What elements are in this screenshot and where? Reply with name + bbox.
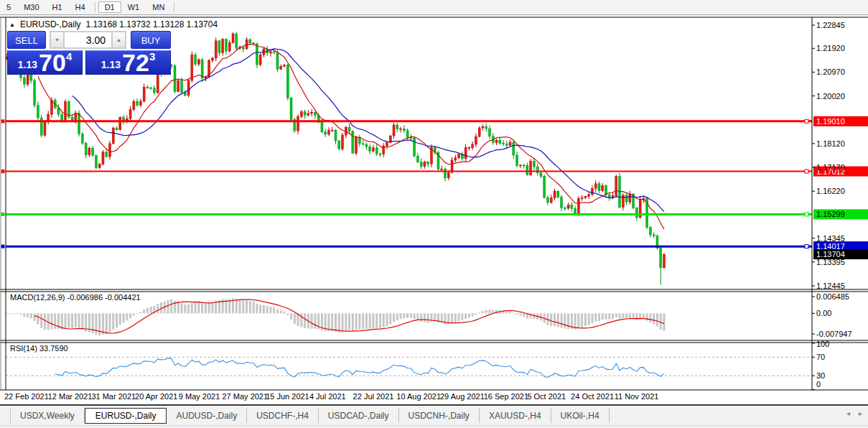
chart-symbol-title: EURUSD-,Daily xyxy=(20,19,81,29)
price-tick-label: 1.20020 xyxy=(816,92,845,101)
date-tick-label: 31 Mar 2021 xyxy=(91,392,136,401)
macd-tick-label: 0.006485 xyxy=(816,292,849,301)
line-left-handle[interactable] xyxy=(1,169,5,173)
one-click-trading-panel: SELL ▼ ▲ BUY 1.13 70 4 1.13 72 3 xyxy=(7,31,171,75)
trading-terminal-window: 5M30H1H4D1W1MN 1.190101.170121.152991.14… xyxy=(0,0,868,428)
date-tick-label: 27 May 2021 xyxy=(223,392,269,401)
price-tick-label: 1.14345 xyxy=(816,234,845,243)
price-tick-label: 1.16220 xyxy=(816,187,845,195)
price-tick-label: 1.22845 xyxy=(816,21,845,29)
sell-button[interactable]: SELL xyxy=(7,31,46,49)
chart-tab-ukoil-h4[interactable]: UKOil-,H4 xyxy=(551,409,610,423)
chart-tabs-bar: USDX,WeeklyEURUSD-,DailyAUDUSD-,DailyUSD… xyxy=(0,404,868,425)
toolbar-separator xyxy=(95,2,95,12)
chart-tab-usdcad-daily[interactable]: USDCAD-,Daily xyxy=(319,409,399,423)
chart-tab-eurusd-daily[interactable]: EURUSD-,Daily xyxy=(85,408,167,424)
line-left-handle[interactable] xyxy=(1,213,5,216)
price-tick-label: 1.12445 xyxy=(816,282,845,290)
volume-decrease-icon[interactable]: ▼ xyxy=(50,32,64,48)
date-tick-label: 11 Nov 2021 xyxy=(615,392,659,401)
tabs-scroll-left-icon[interactable]: ◂ xyxy=(846,409,850,417)
price-tick-label: 1.21920 xyxy=(816,44,845,52)
volume-spinner: ▼ ▲ xyxy=(50,31,126,49)
date-tick-label: 22 Jul 2021 xyxy=(353,392,394,401)
date-tick-label: 12 Mar 2021 xyxy=(48,392,93,401)
date-tick-label: 9 May 2021 xyxy=(179,392,220,401)
line-right-handle[interactable] xyxy=(805,169,808,173)
chart-tab-usdcnh-daily[interactable]: USDCNH-,Daily xyxy=(399,409,480,423)
macd-tick-label: -0.007947 xyxy=(816,330,852,338)
price-tick-label: 1.17170 xyxy=(816,163,845,172)
date-tick-label: 29 Aug 2021 xyxy=(440,392,485,401)
date-tick-label: 22 Feb 2021 xyxy=(4,392,49,401)
buy-button[interactable]: BUY xyxy=(131,31,171,49)
buy-price-box[interactable]: 1.13 72 3 xyxy=(85,50,171,75)
date-tick-label: 10 Aug 2021 xyxy=(396,392,441,401)
date-tick-label: 16 Sep 2021 xyxy=(484,392,528,401)
line-right-handle[interactable] xyxy=(805,213,808,216)
current-price-label: 1.13704 xyxy=(813,249,868,259)
chart-tab-usdchf-h4[interactable]: USDCHF-,H4 xyxy=(247,409,319,423)
date-tick-label: 15 Jun 2021 xyxy=(266,392,309,401)
buy-price-big: 72 xyxy=(122,52,149,73)
rsi-tick-label: 30 xyxy=(816,371,825,380)
date-tick-label: 5 Oct 2021 xyxy=(527,392,566,401)
date-tick-label: 4 Jul 2021 xyxy=(309,392,346,401)
timeframe-button-m30[interactable]: M30 xyxy=(17,1,45,13)
rsi-tick-label: 0 xyxy=(816,380,821,389)
price-tick-label: 1.20970 xyxy=(816,68,845,76)
sell-price-sup: 4 xyxy=(66,50,72,62)
current-price-text: 1.13704 xyxy=(816,250,845,259)
timeframe-toolbar: 5M30H1H4D1W1MN xyxy=(0,0,868,15)
buy-price-sup: 3 xyxy=(149,50,155,62)
line-left-handle[interactable] xyxy=(1,245,5,248)
timeframe-button-d1[interactable]: D1 xyxy=(98,1,121,13)
chart-ohlc-quote: 1.13168 1.13732 1.13128 1.13704 xyxy=(86,19,218,29)
timeframe-button-h4[interactable]: H4 xyxy=(69,1,92,13)
tabs-scroll-right-icon[interactable]: ▸ xyxy=(859,409,862,417)
timeframe-button-mn[interactable]: MN xyxy=(146,1,171,13)
date-tick-label: 24 Oct 2021 xyxy=(571,392,614,401)
chart-tab-usdx-weekly[interactable]: USDX,Weekly xyxy=(10,409,85,423)
chart-tab-xauusd-h4[interactable]: XAUUSD-,H4 xyxy=(480,409,551,423)
tab-scroll-arrows: ◂ ▸ xyxy=(846,409,862,417)
price-line-label: 1.15299 xyxy=(816,210,845,218)
sell-price-prefix: 1.13 xyxy=(18,59,37,70)
date-axis[interactable]: 22 Feb 202112 Mar 202131 Mar 202120 Apr … xyxy=(4,392,658,401)
timeframe-button-w1[interactable]: W1 xyxy=(121,1,146,13)
macd-tick-label: 0.00 xyxy=(816,309,831,317)
rsi-tick-label: 100 xyxy=(816,340,829,348)
rsi-tick-label: 70 xyxy=(816,353,825,361)
timeframe-button-5[interactable]: 5 xyxy=(0,1,17,13)
buy-price-prefix: 1.13 xyxy=(101,59,121,70)
chart-tab-audusd-daily[interactable]: AUDUSD-,Daily xyxy=(167,409,247,423)
rsi-indicator-label: RSI(14) 33.7590 xyxy=(10,344,68,353)
toolbar-separator xyxy=(174,2,174,12)
volume-increase-icon[interactable]: ▲ xyxy=(112,32,126,48)
status-strip xyxy=(0,425,868,428)
date-tick-label: 20 Apr 2021 xyxy=(135,392,177,401)
price-tick-label: 1.18120 xyxy=(816,139,845,148)
chart-header: ▲ EURUSD-,Daily 1.13168 1.13732 1.13128 … xyxy=(9,19,218,29)
macd-indicator-label: MACD(12,26,9) -0.006986 -0.004421 xyxy=(10,293,141,302)
line-right-handle[interactable] xyxy=(805,119,808,123)
line-right-handle[interactable] xyxy=(805,245,808,248)
sell-price-box[interactable]: 1.13 70 4 xyxy=(7,50,83,75)
timeframe-button-h1[interactable]: H1 xyxy=(46,1,69,13)
sell-price-big: 70 xyxy=(39,52,66,73)
collapse-chart-icon[interactable]: ▲ xyxy=(9,22,15,28)
line-left-handle[interactable] xyxy=(1,119,5,123)
volume-input[interactable] xyxy=(64,32,112,48)
price-line-label: 1.19010 xyxy=(816,117,845,126)
